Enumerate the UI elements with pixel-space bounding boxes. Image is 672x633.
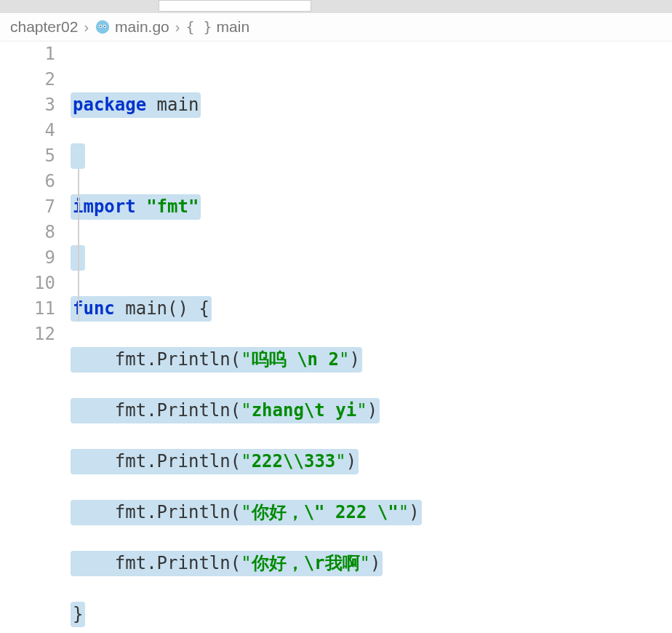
- search-input[interactable]: [159, 0, 311, 12]
- chevron-right-icon: ›: [81, 19, 92, 36]
- line-number: 2: [0, 67, 55, 92]
- breadcrumb-folder-label: chapter02: [10, 18, 78, 36]
- code-line[interactable]: fmt.Println("你好，\r我啊"): [73, 551, 665, 576]
- line-number: 6: [0, 169, 55, 194]
- svg-point-0: [96, 20, 109, 33]
- line-number: 7: [0, 194, 55, 220]
- line-number: 8: [0, 220, 55, 245]
- breadcrumb-file[interactable]: main.go: [92, 18, 172, 36]
- code-line[interactable]: func main() {: [73, 296, 665, 322]
- line-number: 5: [0, 143, 55, 169]
- line-gutter: 1 2 3 4 5 6 7 8 9 10 11 12: [0, 41, 73, 633]
- code-line[interactable]: }: [73, 602, 665, 627]
- go-file-icon: [95, 19, 111, 35]
- code-line[interactable]: fmt.Println("呜呜 \n 2"): [73, 347, 665, 373]
- line-number: 12: [0, 322, 55, 347]
- code-area[interactable]: package main import "fmt" func main() { …: [73, 41, 672, 633]
- line-number: 1: [0, 41, 55, 67]
- breadcrumb-folder[interactable]: chapter02: [7, 18, 81, 36]
- namespace-icon: { }: [185, 18, 212, 36]
- top-toolbar: [0, 0, 672, 13]
- line-number: 11: [0, 296, 55, 322]
- code-line[interactable]: fmt.Println("你好，\" 222 \""): [73, 500, 665, 525]
- breadcrumb-file-label: main.go: [115, 18, 169, 36]
- code-line[interactable]: package main: [73, 92, 665, 118]
- code-line[interactable]: fmt.Println("222\\333"): [73, 449, 665, 474]
- indent-guide: [78, 169, 79, 322]
- breadcrumb[interactable]: chapter02 › main.go › { } main: [0, 13, 672, 41]
- breadcrumb-symbol-label: main: [217, 18, 250, 36]
- breadcrumb-symbol[interactable]: { } main: [183, 18, 252, 36]
- code-editor[interactable]: 1 2 3 4 5 6 7 8 9 10 11 12 package main …: [0, 41, 672, 633]
- svg-point-3: [100, 25, 101, 27]
- chevron-right-icon: ›: [172, 19, 183, 36]
- line-number: 9: [0, 245, 55, 271]
- line-number: 3: [0, 92, 55, 118]
- line-number: 10: [0, 271, 55, 296]
- code-line[interactable]: [73, 143, 665, 169]
- code-line[interactable]: import "fmt": [73, 194, 665, 220]
- svg-point-4: [104, 25, 105, 27]
- code-line[interactable]: [73, 245, 665, 271]
- code-line[interactable]: fmt.Println("zhang\t yi"): [73, 398, 665, 423]
- line-number: 4: [0, 118, 55, 143]
